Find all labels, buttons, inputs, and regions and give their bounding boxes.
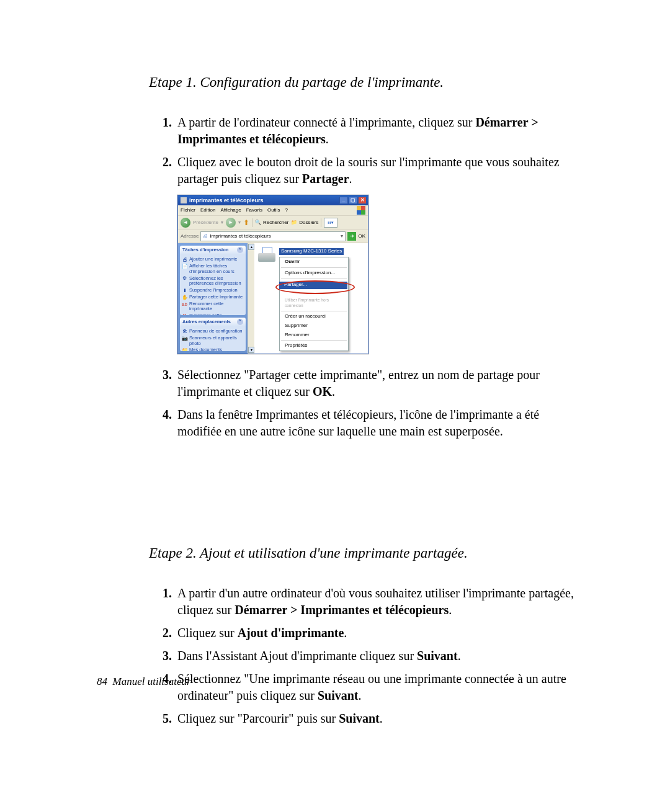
- task-show-jobs[interactable]: 📄Afficher les tâches d'impression en cou…: [182, 263, 244, 275]
- ctx-shortcut[interactable]: Créer un raccourci: [280, 312, 348, 321]
- folders-label: Dossiers: [299, 220, 318, 226]
- step1-item-4: Dans la fenêtre Imprimantes et télécopie…: [175, 406, 583, 440]
- step2-item-2: Cliquez sur Ajout d'imprimante.: [175, 625, 583, 641]
- up-folder-icon[interactable]: ⬆: [243, 218, 249, 228]
- bold-text: Suivant: [318, 689, 359, 702]
- dropdown-icon[interactable]: ▾: [341, 233, 343, 240]
- maximize-icon[interactable]: ▢: [349, 197, 357, 204]
- step1-item-1: A partir de l'ordinateur connecté à l'im…: [175, 114, 583, 148]
- ctx-prefs[interactable]: Options d'impression...: [280, 269, 348, 278]
- text: Dans la fenêtre Imprimantes et télécopie…: [177, 408, 539, 438]
- text: Cliquez sur "Parcourir" puis sur: [177, 712, 339, 725]
- menu-fichier[interactable]: Fichier: [181, 207, 195, 214]
- ctx-delete[interactable]: Supprimer: [280, 321, 348, 331]
- task-label: Afficher les tâches d'impression en cour…: [189, 264, 244, 274]
- go-icon[interactable]: ➔: [347, 232, 356, 241]
- back-icon[interactable]: ◄: [181, 218, 190, 228]
- place-label: Panneau de configuration: [189, 329, 243, 334]
- footer-label: Manuel utilisateur: [113, 676, 191, 687]
- task-pause[interactable]: ⏸Suspendre l'impression: [182, 287, 244, 294]
- text: .: [332, 385, 335, 398]
- task-delete[interactable]: ✖Supprimer cette imprimante: [182, 313, 244, 315]
- pause-icon: ⏸: [182, 288, 187, 293]
- task-add-printer[interactable]: 🖨Ajouter une imprimante: [182, 256, 244, 263]
- places-panel-title: Autres emplacements: [182, 319, 231, 325]
- search-button[interactable]: 🔍 Rechercher: [255, 220, 288, 226]
- step1-item-3: Sélectionnez "Partager cette imprimante"…: [175, 367, 583, 400]
- place-control-panel[interactable]: 🛠Panneau de configuration: [182, 328, 244, 335]
- places-panel-header[interactable]: Autres emplacements ˄: [180, 318, 246, 326]
- collapse-icon[interactable]: ˄: [237, 247, 243, 253]
- printers-window: Imprimantes et télécopieurs _ ▢ ✕ Fichie…: [177, 195, 368, 354]
- task-rename[interactable]: abRenommer cette imprimante: [182, 301, 244, 313]
- address-value: Imprimantes et télécopieurs: [210, 233, 270, 240]
- printers-folder-icon: 🖨: [203, 233, 208, 240]
- collapse-icon[interactable]: ˄: [237, 319, 243, 325]
- separator: [281, 311, 347, 311]
- step2-title: Etape 2. Ajout et utilisation d'une impr…: [149, 545, 583, 561]
- bold-text: OK: [313, 385, 332, 398]
- step2-item-3: Dans l'Assistant Ajout d'imprimante cliq…: [175, 648, 583, 664]
- dropdown-icon[interactable]: ▾: [238, 220, 241, 226]
- address-field[interactable]: 🖨 Imprimantes et télécopieurs ▾: [200, 231, 346, 241]
- address-label: Adresse: [181, 233, 199, 240]
- right-pane[interactable]: Samsung M2C-1310 Series Ouvrir Options d…: [254, 243, 368, 354]
- text: .: [458, 649, 461, 663]
- back-button-label[interactable]: Précédente: [193, 220, 218, 226]
- explorer-body: Tâches d'impression ˄ 🖨Ajouter une impri…: [178, 243, 368, 354]
- forward-icon[interactable]: ►: [226, 218, 236, 228]
- menu-affichage[interactable]: Affichage: [220, 207, 241, 214]
- place-my-docs[interactable]: 📁Mes documents: [182, 347, 244, 351]
- printer-item-label-selected[interactable]: Samsung M2C-1310 Series: [279, 248, 344, 255]
- left-scrollbar[interactable]: ▴ ▾: [248, 243, 254, 354]
- task-prefs[interactable]: ⚙Sélectionnez les préférences d'impressi…: [182, 275, 244, 287]
- task-label: Ajouter une imprimante: [189, 257, 238, 262]
- text: .: [349, 172, 352, 185]
- ctx-open[interactable]: Ouvrir: [280, 257, 348, 267]
- menu-edition[interactable]: Edition: [200, 207, 215, 214]
- text: .: [326, 132, 329, 146]
- tasks-panel: Tâches d'impression ˄ 🖨Ajouter une impri…: [180, 246, 246, 315]
- go-label[interactable]: OK: [358, 233, 365, 240]
- jobs-icon: 📄: [182, 264, 187, 269]
- printer-item-icon[interactable]: [258, 247, 275, 262]
- scroll-down-icon[interactable]: ▾: [248, 347, 254, 353]
- printers-app-icon: [181, 197, 187, 203]
- ctx-share-text[interactable]: Partager...: [284, 282, 307, 288]
- minimize-icon[interactable]: _: [339, 197, 348, 204]
- place-label: Scanneurs et appareils photo: [189, 336, 244, 346]
- bold-text: Ajout d'imprimante: [238, 626, 344, 640]
- bold-text: Suivant: [339, 712, 380, 725]
- folders-button[interactable]: 📁 Dossiers: [291, 220, 318, 226]
- tasks-panel-header[interactable]: Tâches d'impression ˄: [180, 246, 246, 254]
- place-scanners[interactable]: 📷Scanneurs et appareils photo: [182, 335, 244, 347]
- task-share[interactable]: ✋Partager cette imprimante: [182, 294, 244, 301]
- separator: [281, 279, 347, 279]
- separator: [281, 340, 347, 341]
- close-icon[interactable]: ✕: [358, 197, 367, 204]
- step1-title: Etape 1. Configuration du partage de l'i…: [149, 74, 583, 91]
- share-icon: ✋: [182, 295, 187, 300]
- titlebar[interactable]: Imprimantes et télécopieurs _ ▢ ✕: [178, 195, 368, 205]
- step2-item-4: Sélectionnez "Une imprimante réseau ou u…: [175, 671, 583, 704]
- separator: [252, 218, 252, 227]
- views-button[interactable]: ☷▾: [324, 218, 337, 228]
- task-label: Sélectionnez les préférences d'impressio…: [189, 276, 244, 287]
- task-label: Supprimer cette imprimante: [189, 313, 244, 315]
- dropdown-icon[interactable]: ▾: [221, 220, 223, 226]
- ctx-share-highlighted[interactable]: [280, 289, 348, 297]
- bold-text: Suivant: [417, 649, 458, 663]
- ctx-props[interactable]: Propriétés: [280, 341, 348, 350]
- scroll-up-icon[interactable]: ▴: [248, 244, 254, 250]
- search-label: Rechercher: [263, 220, 288, 226]
- ctx-offline[interactable]: Utiliser l'imprimante hors connexion: [280, 297, 348, 310]
- menu-favoris[interactable]: Favoris: [246, 207, 262, 214]
- prefs-icon: ⚙: [182, 276, 187, 282]
- ctx-rename[interactable]: Renommer: [280, 331, 348, 340]
- task-label: Partager cette imprimante: [189, 295, 243, 300]
- menu-outils[interactable]: Outils: [267, 207, 280, 214]
- menu-help[interactable]: ?: [285, 207, 287, 214]
- separator: [321, 218, 321, 227]
- window-title: Imprimantes et télécopieurs: [189, 197, 339, 204]
- step1-item-2: Cliquez avec le bouton droit de la souri…: [175, 154, 583, 354]
